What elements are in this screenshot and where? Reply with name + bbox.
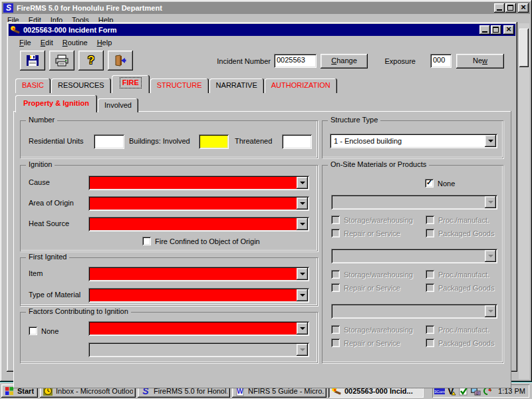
onsite-materials-title: On-Site Materials or Products — [328, 160, 429, 168]
onsite-none-label: None — [438, 180, 455, 188]
chevron-down-icon[interactable] — [297, 198, 308, 209]
incident-titlebar: 0025563-000 Incident Form — [9, 24, 515, 36]
minimize-icon[interactable] — [494, 3, 505, 13]
exit-button[interactable] — [108, 51, 133, 70]
first-ignited-title: First Ignited — [26, 253, 69, 261]
factor2-combobox — [88, 342, 309, 357]
menu-file[interactable]: File — [15, 37, 36, 48]
material1-packaged-checkbox — [426, 229, 434, 237]
material2-repair-checkbox — [331, 283, 340, 292]
tab-fire[interactable]: FIRE — [112, 75, 150, 93]
svg-text:W: W — [237, 388, 243, 395]
menu-help[interactable]: Help — [92, 37, 117, 48]
chevron-down-icon[interactable] — [297, 289, 308, 301]
residential-units-label: Residential Units — [29, 137, 84, 145]
heat-source-label: Heat Source — [29, 219, 69, 227]
chevron-down-icon — [297, 344, 308, 356]
item-label: Item — [29, 269, 43, 277]
flame-icon — [10, 25, 21, 35]
structure-type-group: Structure Type 1 - Enclosed building — [322, 120, 503, 158]
incident-number-label: Incident Number — [173, 57, 271, 65]
chevron-down-icon[interactable] — [297, 218, 308, 230]
tab-resources[interactable]: RESOURCES — [51, 78, 111, 93]
material1-packaged-label: Packaged Goods — [438, 229, 494, 237]
factor1-combobox[interactable] — [88, 321, 309, 336]
material3-packaged-checkbox — [426, 338, 434, 347]
material3-combobox — [331, 304, 497, 319]
chevron-down-icon[interactable] — [297, 177, 308, 189]
maximize-icon[interactable] — [505, 3, 516, 13]
residential-units-field[interactable] — [94, 134, 124, 149]
app-titlebar: S FireRMS 5.0 for Honolulu Fire Departme… — [2, 2, 530, 14]
chevron-down-icon[interactable] — [297, 268, 308, 280]
material2-proc-label: Proc./manufact. — [438, 271, 489, 279]
area-of-origin-combobox[interactable] — [88, 196, 309, 211]
tab-basic[interactable]: BASIC — [15, 78, 51, 93]
tab-authorization[interactable]: AUTHORIZATION — [265, 78, 337, 93]
exit-icon — [114, 55, 127, 66]
menu-edit[interactable]: Edit — [36, 37, 58, 48]
svg-text:S: S — [6, 3, 11, 13]
structure-type-value: 1 - Enclosed building — [331, 135, 496, 147]
structure-type-combobox[interactable]: 1 - Enclosed building — [330, 134, 497, 148]
change-button[interactable]: Change — [321, 54, 368, 68]
print-button[interactable] — [49, 51, 74, 70]
onsite-materials-group: On-Site Materials or Products None Stora… — [322, 165, 503, 363]
threatened-label: Threatened — [235, 137, 272, 145]
material1-storage-checkbox — [331, 215, 340, 224]
chevron-down-icon[interactable] — [297, 323, 308, 334]
close-icon[interactable] — [518, 3, 529, 13]
app-title: FireRMS 5.0 for Honolulu Fire Department — [17, 4, 493, 12]
tab-property-ignition[interactable]: Property & Ignition — [15, 95, 97, 112]
chevron-down-icon[interactable] — [485, 135, 496, 147]
tab-narrative[interactable]: NARRATIVE — [209, 78, 264, 93]
material2-proc-checkbox — [426, 270, 434, 279]
scrollbar-thumb[interactable] — [519, 29, 529, 67]
material1-proc-checkbox — [426, 215, 434, 224]
exposure-value: 000 — [433, 56, 445, 64]
factors-group: Factors Contributing to Ignition None — [20, 312, 318, 363]
tab-involved[interactable]: Involved — [98, 98, 138, 112]
material1-repair-checkbox — [331, 229, 340, 237]
app-scrollbar[interactable] — [519, 23, 529, 379]
new-button[interactable]: New — [456, 54, 504, 68]
tab-structure[interactable]: STRUCTURE — [150, 78, 209, 93]
svg-text:3Com: 3Com — [434, 390, 445, 394]
minimize-icon[interactable] — [479, 25, 490, 35]
onsite-none-checkbox[interactable] — [425, 179, 434, 188]
factors-group-title: Factors Contributing to Ignition — [26, 307, 131, 315]
material2-packaged-checkbox — [426, 283, 434, 292]
cause-combobox[interactable] — [88, 176, 309, 190]
threatened-field[interactable] — [282, 134, 312, 149]
material2-combobox — [331, 249, 497, 263]
number-group: Number Residential Units Buildings: Invo… — [20, 120, 318, 158]
item-combobox[interactable] — [88, 267, 309, 281]
material3-storage-checkbox — [331, 325, 340, 334]
factors-none-checkbox[interactable] — [29, 327, 37, 335]
buildings-involved-label: Buildings: Involved — [129, 137, 190, 145]
save-button[interactable] — [20, 51, 45, 70]
fire-confined-label: Fire Confined to Object of Origin — [155, 237, 260, 245]
svg-text:@: @ — [475, 391, 479, 395]
fire-confined-checkbox[interactable] — [142, 237, 151, 245]
main-tabs: BASIC RESOURCES FIRE STRUCTURE NARRATIVE… — [15, 75, 338, 93]
buildings-involved-field[interactable] — [199, 134, 229, 149]
material2-repair-label: Repair or Service — [344, 284, 400, 292]
exposure-field[interactable]: 000 — [430, 54, 452, 68]
menu-routine[interactable]: Routine — [58, 37, 92, 48]
incident-number-field[interactable]: 0025563 — [274, 54, 317, 68]
material1-combobox — [331, 195, 497, 209]
firerms-logo-icon: S — [3, 3, 14, 13]
ignition-group: Ignition Cause Area of Origin Heat Sourc… — [20, 165, 318, 251]
material3-proc-checkbox — [426, 325, 434, 334]
material2-storage-label: Storage/warehousing — [344, 271, 413, 279]
area-of-origin-label: Area of Origin — [29, 199, 74, 207]
heat-source-combobox[interactable] — [88, 217, 309, 231]
save-icon — [26, 55, 39, 66]
help-button[interactable]: ? — [78, 51, 104, 70]
type-of-material-combobox[interactable] — [88, 288, 309, 303]
first-ignited-group: First Ignited Item Type of Material — [20, 257, 318, 306]
maximize-icon[interactable] — [491, 25, 501, 35]
close-icon[interactable] — [503, 25, 514, 35]
structure-type-title: Structure Type — [328, 116, 380, 124]
